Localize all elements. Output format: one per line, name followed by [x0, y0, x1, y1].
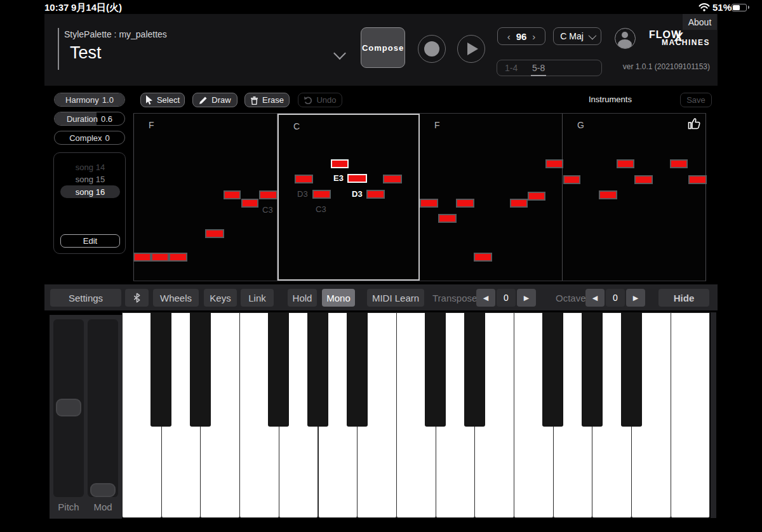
pitch-name-label: C3 [262, 205, 273, 215]
edit-button[interactable]: Edit [60, 234, 120, 248]
midi-note[interactable] [224, 190, 241, 199]
roll-section-G-3[interactable]: G [563, 114, 706, 281]
record-icon [424, 41, 439, 57]
midi-note[interactable] [456, 199, 474, 208]
chevron-down-icon[interactable] [335, 49, 348, 62]
version-label: ver 1.0.1 (202109101153) [623, 62, 710, 71]
song-list-panel: song 14song 15song 16 Edit [53, 152, 126, 254]
hold-button[interactable]: Hold [288, 289, 317, 307]
midi-note[interactable] [474, 253, 492, 262]
save-button[interactable]: Save [680, 93, 712, 107]
wifi-icon [698, 3, 710, 11]
midi-note[interactable] [670, 159, 688, 168]
pitch-wheel[interactable] [53, 319, 84, 497]
midi-note[interactable] [133, 253, 151, 262]
song-item-song-14[interactable]: song 14 [60, 161, 120, 173]
midi-note[interactable] [241, 199, 258, 208]
key-value: C Maj [560, 31, 584, 41]
octave-down-button[interactable]: ◀ [585, 289, 605, 307]
pitch-name-label: D3 [297, 189, 308, 199]
key-select[interactable]: C Maj [553, 27, 601, 45]
black-key-13[interactable] [621, 312, 642, 427]
link-button[interactable]: Link [241, 289, 274, 307]
midi-note[interactable] [295, 175, 313, 183]
black-key-1[interactable] [150, 312, 171, 427]
param-harmony[interactable]: Harmony1.0 [54, 93, 125, 107]
keyboard-toolbar: Settings Wheels Keys Link Hold Mono MIDI… [44, 284, 718, 310]
pencil-icon [199, 96, 208, 105]
midi-note[interactable] [634, 175, 653, 184]
midi-note[interactable] [169, 253, 187, 262]
pitch-label: Pitch [53, 502, 84, 512]
midi-note[interactable] [510, 199, 528, 208]
black-key-4[interactable] [268, 312, 289, 427]
draw-label: Draw [211, 95, 231, 105]
wheels-button[interactable]: Wheels [153, 289, 199, 307]
transpose-up-button[interactable]: ▶ [517, 289, 536, 307]
midi-note[interactable] [420, 199, 438, 208]
mod-wheel-handle[interactable] [90, 483, 116, 497]
settings-button[interactable]: Settings [50, 289, 121, 307]
param-complex[interactable]: Complex0 [54, 131, 125, 145]
midi-learn-button[interactable]: MIDI Learn [367, 289, 424, 307]
header-panel: StylePalette : my_palettes Test Compose … [44, 14, 718, 86]
tempo-increase-button[interactable]: › [532, 32, 535, 41]
song-item-song-15[interactable]: song 15 [60, 173, 120, 185]
octave-up-button[interactable]: ▶ [626, 289, 645, 307]
param-duration[interactable]: Duration0.6 [54, 112, 125, 126]
draw-tool-button[interactable]: Draw [192, 93, 237, 107]
mod-wheel[interactable] [88, 319, 118, 497]
tempo-decrease-button[interactable]: ‹ [507, 32, 511, 41]
bar-segment-1-4[interactable]: 1-4 [505, 63, 518, 73]
play-button[interactable] [457, 35, 485, 63]
chord-label: F [434, 120, 440, 130]
midi-note[interactable] [528, 192, 545, 201]
keys-button[interactable]: Keys [204, 289, 237, 307]
undo-button[interactable]: Undo [298, 93, 342, 107]
midi-note[interactable] [312, 190, 331, 199]
compose-button[interactable]: Compose [361, 27, 405, 68]
bluetooth-button[interactable] [125, 289, 149, 307]
select-tool-button[interactable]: Select [140, 93, 185, 107]
avatar[interactable] [615, 28, 636, 49]
bluetooth-icon [133, 293, 140, 303]
black-key-8[interactable] [425, 312, 446, 427]
bar-range-selector[interactable]: 1-45-8 [497, 60, 602, 76]
battery-percent: 51% [712, 2, 732, 13]
midi-note[interactable] [617, 159, 634, 168]
midi-note[interactable] [383, 175, 402, 183]
pitch-name-label: E3 [333, 173, 344, 183]
midi-note[interactable] [366, 190, 385, 199]
black-key-9[interactable] [464, 312, 485, 427]
black-key-5[interactable] [307, 312, 328, 427]
white-key-14[interactable] [671, 312, 711, 518]
pitch-name-label: C3 [316, 204, 326, 214]
bar-segment-5-8[interactable]: 5-8 [532, 63, 545, 73]
midi-note[interactable] [688, 175, 707, 184]
erase-label: Erase [262, 95, 284, 105]
hide-button[interactable]: Hide [658, 289, 709, 307]
midi-note[interactable] [438, 214, 457, 223]
black-key-12[interactable] [582, 312, 603, 427]
record-button[interactable] [418, 35, 446, 63]
erase-tool-button[interactable]: Erase [244, 93, 290, 107]
midi-note[interactable] [151, 253, 169, 262]
black-key-6[interactable] [347, 312, 368, 427]
mod-label: Mod [88, 502, 118, 512]
midi-note[interactable] [545, 159, 563, 168]
midi-note[interactable] [347, 174, 367, 183]
midi-note[interactable] [563, 175, 580, 184]
about-button[interactable]: About [683, 14, 717, 30]
mono-button[interactable]: Mono [322, 289, 355, 307]
midi-note[interactable] [331, 159, 349, 168]
midi-note[interactable] [259, 190, 277, 199]
piano-roll[interactable]: FCFGC3E3D3D3C3 [133, 113, 706, 281]
transpose-down-button[interactable]: ◀ [476, 289, 495, 307]
song-item-song-16[interactable]: song 16 [60, 185, 120, 198]
wheel-panel: Pitch Mod [50, 315, 122, 519]
black-key-11[interactable] [542, 312, 563, 427]
midi-note[interactable] [205, 229, 224, 238]
pitch-wheel-handle[interactable] [56, 399, 81, 416]
midi-note[interactable] [599, 190, 617, 199]
black-key-2[interactable] [190, 312, 211, 427]
